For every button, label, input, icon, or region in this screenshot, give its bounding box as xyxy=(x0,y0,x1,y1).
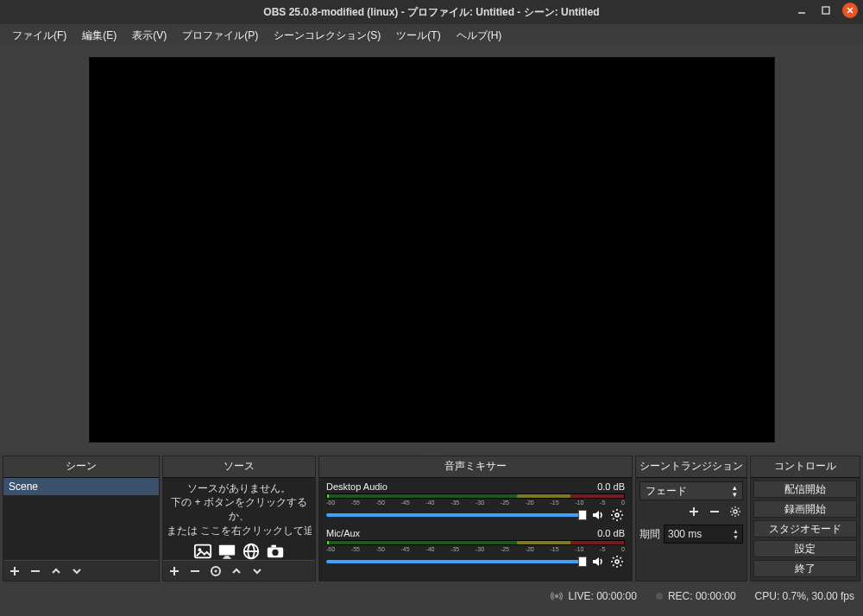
menu-help[interactable]: ヘルプ(H) xyxy=(450,26,509,46)
sources-add-button[interactable] xyxy=(167,563,182,579)
spin-up-icon[interactable]: ▲ xyxy=(733,529,739,534)
scene-item[interactable]: Scene xyxy=(3,478,159,495)
mixer-volume-slider[interactable] xyxy=(326,513,587,517)
studio-mode-button[interactable]: スタジオモード xyxy=(753,520,857,537)
scenes-panel: シーン Scene xyxy=(3,456,160,581)
transition-duration-input[interactable]: 300 ms ▲ ▼ xyxy=(664,525,743,544)
menu-file[interactable]: ファイル(F) xyxy=(5,26,73,46)
svg-rect-10 xyxy=(224,556,230,557)
status-cpu: CPU: 0.7%, 30.00 fps xyxy=(755,590,854,602)
mixer-channel-desktop: Desktop Audio 0.0 dB -60-55-50-45-40-35-… xyxy=(319,478,632,525)
scenes-list[interactable]: Scene xyxy=(3,477,159,560)
scenes-add-button[interactable] xyxy=(7,563,22,579)
controls-panel: コントロール 配信開始 録画開始 スタジオモード 設定 終了 xyxy=(750,456,860,581)
select-updown-icon: ▴▾ xyxy=(733,484,737,498)
svg-marker-23 xyxy=(593,511,599,519)
maximize-button[interactable] xyxy=(818,3,834,18)
mixer-mute-button[interactable] xyxy=(590,507,606,523)
sources-panel: ソース ソースがありません。 下の + ボタンをクリックするか、 または ここを… xyxy=(162,456,316,581)
mixer-channel-db: 0.0 dB xyxy=(597,481,625,492)
window-title: OBS 25.0.8-modified (linux) - プロファイル: Un… xyxy=(263,5,599,20)
status-live: LIVE: 00:00:00 xyxy=(568,590,636,602)
sources-up-button[interactable] xyxy=(229,563,244,579)
start-recording-button[interactable]: 録画開始 xyxy=(753,500,857,518)
svg-rect-17 xyxy=(271,544,276,547)
svg-point-30 xyxy=(734,510,737,513)
mixer-volume-slider[interactable] xyxy=(326,560,587,563)
status-rec: REC: 00:00:00 xyxy=(668,590,736,602)
svg-rect-9 xyxy=(219,544,235,555)
record-indicator-icon xyxy=(656,593,663,600)
sources-remove-button[interactable] xyxy=(187,563,203,579)
mixer-channel-name: Mic/Aux xyxy=(326,528,360,538)
menu-profile[interactable]: プロファイル(P) xyxy=(175,26,265,46)
sources-empty-line: 下の + ボタンをクリックするか、 xyxy=(167,495,312,523)
mixer-mute-button[interactable] xyxy=(590,554,606,569)
svg-rect-11 xyxy=(223,557,230,558)
transition-settings-button[interactable] xyxy=(728,504,743,519)
start-streaming-button[interactable]: 配信開始 xyxy=(753,481,857,498)
svg-marker-25 xyxy=(593,557,599,566)
mixer-ticks: -60-55-50-45-40-35-30-25-20-15-10-50 xyxy=(326,546,625,552)
titlebar: OBS 25.0.8-modified (linux) - プロファイル: Un… xyxy=(0,0,863,24)
transition-selected-value: フェード xyxy=(646,484,687,499)
menu-edit[interactable]: 編集(E) xyxy=(75,26,123,46)
statusbar: LIVE: 00:00:00 REC: 00:00:00 CPU: 0.7%, … xyxy=(0,585,863,607)
mixer-settings-button[interactable] xyxy=(609,554,625,569)
exit-button[interactable]: 終了 xyxy=(753,560,857,577)
mixer-settings-button[interactable] xyxy=(609,507,625,523)
mixer-channel-db: 0.0 dB xyxy=(597,528,625,538)
sources-empty-line: ソースがありません。 xyxy=(167,481,312,495)
scenes-panel-title[interactable]: シーン xyxy=(3,456,159,477)
transition-select[interactable]: フェード ▴▾ xyxy=(639,481,743,500)
scenes-remove-button[interactable] xyxy=(28,563,43,579)
transition-duration-label: 期間 xyxy=(639,527,660,542)
menu-tools[interactable]: ツール(T) xyxy=(389,26,447,46)
svg-point-22 xyxy=(215,569,217,572)
mixer-meter xyxy=(326,493,625,499)
transitions-panel: シーントランジション フェード ▴▾ 期間 300 ms ▲ ▼ xyxy=(635,456,747,581)
mixer-panel: 音声ミキサー Desktop Audio 0.0 dB -60-55-50-45… xyxy=(318,456,633,581)
close-button[interactable] xyxy=(842,3,858,18)
mixer-channel-name: Desktop Audio xyxy=(326,481,387,492)
scenes-up-button[interactable] xyxy=(48,563,64,579)
menu-scene-collection[interactable]: シーンコレクション(S) xyxy=(267,26,387,46)
mixer-channel-mic: Mic/Aux 0.0 dB -60-55-50-45-40-35-30-25-… xyxy=(319,525,632,571)
display-source-icon xyxy=(217,542,236,560)
menu-view[interactable]: 表示(V) xyxy=(125,26,173,46)
controls-panel-title[interactable]: コントロール xyxy=(751,456,860,477)
camera-source-icon xyxy=(266,542,285,560)
preview-area xyxy=(0,47,863,452)
transition-duration-value: 300 ms xyxy=(668,528,702,540)
transition-add-button[interactable] xyxy=(686,504,702,519)
broadcast-icon xyxy=(551,590,563,602)
browser-source-icon xyxy=(242,542,261,560)
image-source-icon xyxy=(193,542,212,560)
sources-empty-line: または ここを右クリックして追加してください。 xyxy=(167,524,312,537)
spin-down-icon[interactable]: ▼ xyxy=(733,535,739,540)
preview-canvas[interactable] xyxy=(89,57,775,443)
svg-point-31 xyxy=(556,595,558,598)
svg-point-26 xyxy=(615,560,619,563)
transition-remove-button[interactable] xyxy=(707,504,722,519)
settings-button[interactable]: 設定 xyxy=(753,540,857,557)
mixer-panel-title[interactable]: 音声ミキサー xyxy=(319,456,632,477)
mixer-ticks: -60-55-50-45-40-35-30-25-20-15-10-50 xyxy=(326,500,625,506)
sources-panel-title[interactable]: ソース xyxy=(163,456,315,477)
sources-properties-button[interactable] xyxy=(208,563,224,579)
svg-rect-1 xyxy=(822,7,829,14)
sources-down-button[interactable] xyxy=(249,563,265,579)
svg-point-16 xyxy=(272,549,278,555)
mixer-meter xyxy=(326,540,625,545)
scenes-down-button[interactable] xyxy=(69,563,85,579)
minimize-button[interactable] xyxy=(794,3,809,18)
menubar: ファイル(F) 編集(E) 表示(V) プロファイル(P) シーンコレクション(… xyxy=(0,24,863,47)
svg-point-24 xyxy=(615,513,619,517)
transitions-panel-title[interactable]: シーントランジション xyxy=(636,456,746,477)
sources-list[interactable]: ソースがありません。 下の + ボタンをクリックするか、 または ここを右クリッ… xyxy=(163,477,315,560)
